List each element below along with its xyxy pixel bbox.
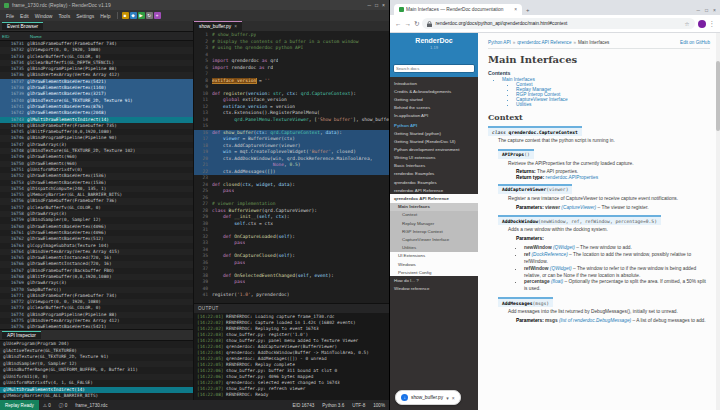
browser-menu-icon[interactable]: ⋮ [709, 20, 716, 28]
method-name[interactable]: APIProps [502, 152, 524, 157]
menu-window[interactable]: Window [32, 13, 56, 19]
output-log[interactable]: [14:22:01] RENDERDOC: Loading capture fr… [194, 313, 389, 400]
sidebar-item[interactable]: qrenderdoc API Reference [390, 194, 478, 202]
capture-icon[interactable]: ◆ [130, 12, 137, 19]
sidebar-item[interactable]: UI Extensions [390, 252, 478, 260]
reload-icon[interactable]: ↻ [414, 20, 419, 28]
sidebar-item[interactable]: Persistent Config [390, 268, 478, 276]
sidebar-item[interactable]: qrenderdoc Examples [390, 178, 478, 186]
menu-tools[interactable]: Tools [55, 13, 73, 19]
sidebar-item[interactable]: Credits & Acknowledgements [390, 87, 478, 95]
sidebar-item[interactable]: Basic Interfaces [390, 162, 478, 170]
inspector-row[interactable]: glMemoryBarrier(GL_ALL_BARRIER_BITS) [0, 393, 193, 400]
sidebar-item[interactable]: CaptureViewer Interface [390, 235, 478, 243]
sidebar-item[interactable]: Behind the scenes [390, 104, 478, 112]
param-type-link[interactable]: (QWidget) [553, 245, 575, 250]
sidebar-item[interactable]: RGP Interop Context [390, 227, 478, 235]
code-token: self [278, 234, 289, 239]
download-chip[interactable]: ↓ show_buffer.py ▾ × [395, 390, 461, 405]
breadcrumb-link[interactable]: Python API [488, 40, 511, 45]
refresh-icon[interactable]: ↻ [146, 12, 153, 19]
param-type-link[interactable]: (float) [551, 279, 563, 284]
sidebar-item[interactable]: Getting Started (RenderDoc UI) [390, 137, 478, 145]
status-item[interactable]: frame_1730.rdc [71, 403, 111, 408]
output-title[interactable]: OUTPUT [198, 306, 219, 311]
open-capture-icon[interactable]: ■ [122, 12, 129, 19]
code-text: import renderdoc as rd [212, 65, 273, 72]
docs-brand[interactable]: RenderDoc [392, 37, 476, 44]
minimize-icon[interactable]: ─ [697, 7, 701, 13]
param-type-link[interactable]: (QWidget) [550, 266, 572, 271]
download-close-icon[interactable]: × [452, 395, 455, 401]
sidebar-item[interactable]: Main Interfaces [390, 203, 478, 211]
bookmark-star-icon[interactable]: ☆ [685, 21, 690, 27]
back-icon[interactable]: ← [395, 20, 402, 27]
sidebar-item[interactable]: Replay Manager [390, 219, 478, 227]
new-tab-button[interactable]: + [526, 7, 530, 13]
method-name[interactable]: AddCaptureViewer [502, 187, 546, 192]
editor-tab[interactable]: show_buffer.py × [194, 21, 242, 31]
column-name[interactable]: Name [28, 34, 44, 39]
docs-scrollbar[interactable] [716, 33, 720, 410]
sidebar-item[interactable]: renderdoc API Reference [390, 186, 478, 194]
field-value[interactable]: renderdoc.APIProperties [546, 175, 599, 180]
bookmark-icon[interactable]: + [154, 12, 161, 19]
sidebar-item[interactable]: Getting Started (python) [390, 129, 478, 137]
status-item[interactable]: ⚠ 0 [39, 403, 55, 408]
scrollbar-thumb[interactable] [716, 61, 720, 131]
sidebar-item[interactable]: Window reference [390, 285, 478, 293]
api-inspector-tab[interactable]: API Inspector [2, 331, 41, 339]
menu-help[interactable]: Help [97, 13, 113, 19]
sidebar-item[interactable]: Getting started [390, 95, 478, 103]
method-name[interactable]: AddMessages [502, 301, 532, 306]
event-browser-tab[interactable]: Event Browser [2, 22, 43, 30]
status-badge[interactable]: Replay Ready [0, 400, 39, 410]
forward-icon[interactable]: → [405, 20, 412, 27]
code-token [212, 117, 234, 122]
docs-search-input[interactable] [393, 64, 475, 73]
param-type-link[interactable]: (list of renderdoc.DebugMessage) [559, 318, 631, 323]
play-icon[interactable]: ▶ [138, 12, 145, 19]
close-icon[interactable]: × [713, 7, 716, 13]
toc-link[interactable]: Utilities [516, 102, 531, 107]
download-caret-icon[interactable]: ▾ [446, 395, 449, 401]
sidebar-item[interactable]: Python development environment [390, 145, 478, 153]
address-bar[interactable]: renderdoc.org/docs/python_api/qrenderdoc… [422, 18, 694, 29]
browser-tab[interactable]: Main Interfaces — RenderDoc documentatio… [394, 4, 522, 15]
tab-close-icon[interactable]: × [514, 7, 517, 12]
sidebar-item[interactable]: Writing UI extensions [390, 154, 478, 162]
breadcrumb-link[interactable]: qrenderdoc API Reference [517, 40, 571, 45]
status-item[interactable]: Python 3.6 [318, 403, 348, 408]
edit-on-github-link[interactable]: Edit on GitHub [680, 40, 710, 45]
menu-edit[interactable]: Edit [17, 13, 32, 19]
sidebar-item[interactable]: How do I... ? [390, 276, 478, 284]
status-item[interactable]: UTF-8 [348, 403, 369, 408]
code-token: ctx.AddDockWindow(win, qrd.DockReference… [212, 156, 372, 161]
status-item[interactable]: EID 16743 [289, 403, 319, 408]
maximize-icon[interactable]: □ [375, 0, 378, 10]
close-icon[interactable]: × [382, 0, 385, 10]
code-token [212, 214, 223, 219]
column-eid[interactable]: EID [0, 34, 28, 39]
minimize-icon[interactable]: ─ [368, 0, 372, 10]
sidebar-item[interactable]: Context [390, 211, 478, 219]
menu-settings[interactable]: Settings [73, 13, 97, 19]
code-editor[interactable]: 1# show_buffer.py2# Display the contents… [194, 31, 389, 303]
sidebar-item[interactable]: Utilities [390, 244, 478, 252]
tab-close-icon[interactable]: × [234, 24, 237, 29]
menu-file[interactable]: File [3, 13, 17, 19]
status-item[interactable]: ⓘ 0 [55, 403, 71, 408]
sidebar-item[interactable]: Introduction [390, 79, 478, 87]
param-type-link[interactable]: (CaptureViewer) [561, 205, 596, 210]
code-token: 0.5 [289, 162, 297, 167]
profile-avatar[interactable] [698, 20, 706, 28]
code-token [212, 97, 223, 102]
param-name: msgs [545, 318, 559, 323]
sidebar-item[interactable]: Windows [390, 260, 478, 268]
maximize-icon[interactable]: □ [705, 7, 708, 13]
sidebar-item[interactable]: In-application API [390, 112, 478, 120]
status-item[interactable]: 100% [369, 403, 389, 408]
param-type-link[interactable]: (DockReference) [531, 252, 567, 257]
sidebar-item[interactable]: renderdoc Examples [390, 170, 478, 178]
method-name[interactable]: AddDockWindow [502, 219, 538, 224]
